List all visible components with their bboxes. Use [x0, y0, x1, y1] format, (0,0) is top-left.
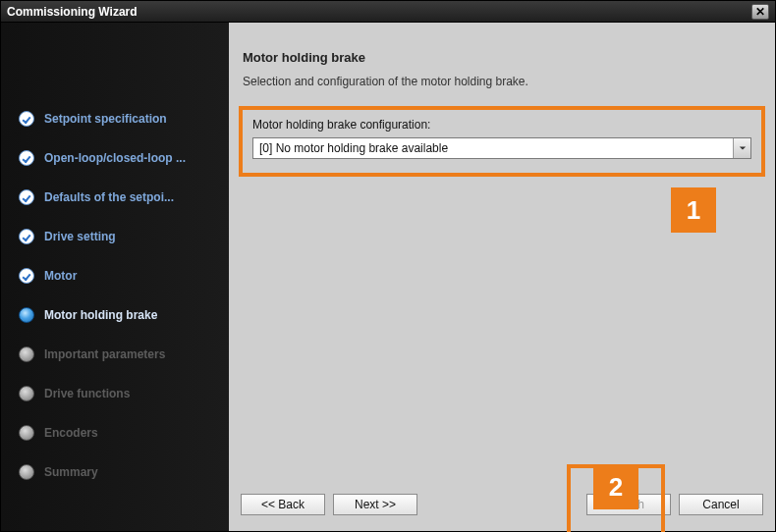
annotation-callout-1: 1	[671, 187, 716, 233]
step-label: Important parameters	[44, 347, 165, 361]
callout-number: 1	[687, 195, 700, 226]
step-motor[interactable]: Motor	[19, 268, 221, 284]
check-icon	[19, 268, 34, 284]
step-label: Open-loop/closed-loop ...	[44, 151, 186, 165]
window-title: Commissioning Wizard	[7, 5, 751, 19]
check-icon	[19, 229, 34, 244]
dropdown-arrow-icon[interactable]	[733, 138, 750, 158]
wizard-button-row: << Back Next >> Finish Cancel	[229, 490, 775, 519]
next-button[interactable]: Next >>	[333, 494, 417, 515]
cancel-button[interactable]: Cancel	[679, 494, 763, 515]
commissioning-wizard-window: Commissioning Wizard ✕ Setpoint specific…	[0, 0, 776, 532]
chevron-down-icon	[739, 144, 747, 152]
page-title: Motor holding brake	[243, 50, 761, 65]
annotation-callout-2: 2	[593, 464, 638, 509]
step-important-parameters[interactable]: Important parameters	[19, 346, 221, 362]
config-highlight-box: Motor holding brake configuration:	[239, 106, 765, 177]
step-motor-holding-brake[interactable]: Motor holding brake	[19, 307, 221, 323]
step-label: Setpoint specification	[44, 112, 167, 126]
current-step-icon	[19, 307, 34, 323]
close-icon: ✕	[755, 6, 765, 18]
check-icon	[19, 111, 34, 127]
step-open-loop-closed-loop[interactable]: Open-loop/closed-loop ...	[19, 150, 221, 166]
window-body: Setpoint specification Open-loop/closed-…	[1, 23, 775, 531]
callout-number: 2	[609, 472, 623, 503]
title-bar: Commissioning Wizard ✕	[1, 1, 775, 23]
step-label: Drive setting	[44, 230, 116, 243]
step-encoders: Encoders	[19, 425, 221, 441]
step-label: Defaults of the setpoi...	[44, 190, 174, 204]
step-defaults-setpoint[interactable]: Defaults of the setpoi...	[19, 189, 221, 205]
step-setpoint-specification[interactable]: Setpoint specification	[19, 111, 221, 127]
step-drive-functions: Drive functions	[19, 386, 221, 401]
pending-step-icon	[19, 386, 34, 401]
pending-step-icon	[19, 425, 34, 441]
step-label: Drive functions	[44, 387, 130, 400]
step-label: Motor holding brake	[44, 308, 157, 322]
page-description: Selection and configuration of the motor…	[243, 75, 761, 88]
motor-brake-select[interactable]	[252, 137, 751, 159]
main-header: Motor holding brake Selection and config…	[229, 23, 775, 106]
close-button[interactable]: ✕	[751, 4, 769, 20]
step-summary: Summary	[19, 464, 221, 480]
check-icon	[19, 150, 34, 166]
check-icon	[19, 189, 34, 205]
main-panel: Motor holding brake Selection and config…	[229, 23, 775, 531]
step-label: Encoders	[44, 426, 98, 440]
pending-step-icon	[19, 346, 34, 362]
step-label: Summary	[44, 465, 98, 479]
motor-brake-select-value[interactable]	[252, 137, 751, 159]
pending-step-icon	[19, 464, 34, 480]
step-drive-setting[interactable]: Drive setting	[19, 229, 221, 244]
wizard-steps-sidebar: Setpoint specification Open-loop/closed-…	[1, 23, 229, 531]
step-label: Motor	[44, 269, 77, 283]
back-button[interactable]: << Back	[241, 494, 325, 515]
config-label: Motor holding brake configuration:	[252, 118, 751, 132]
